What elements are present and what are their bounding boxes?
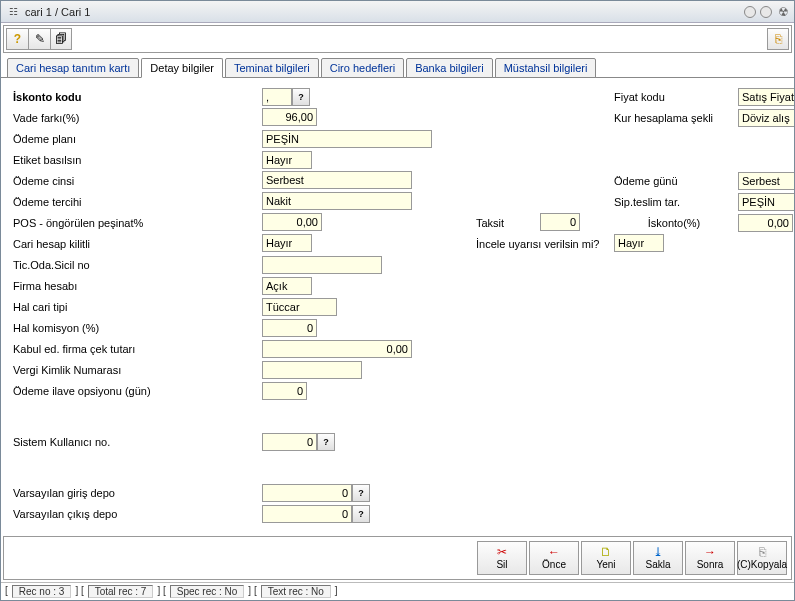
lbl-hal-cari: Hal cari tipi xyxy=(13,301,258,313)
lbl-sistem-kullanici: Sistem Kullanıcı no. xyxy=(13,436,258,448)
fld-vade-farki[interactable]: 96,00 xyxy=(262,108,317,126)
fld-fiyat-kodu[interactable]: Satış Fiyatı xyxy=(738,88,794,106)
prev-label: Önce xyxy=(542,559,566,570)
window-title: cari 1 / Cari 1 xyxy=(25,6,744,18)
lbl-taksit: Taksit xyxy=(476,217,536,229)
new-button[interactable]: 🗋 Yeni xyxy=(581,541,631,575)
fld-firma-hesabi[interactable]: Açık xyxy=(262,277,312,295)
help-button[interactable]: ? xyxy=(6,28,28,50)
delete-button[interactable]: ✂ Sil xyxy=(477,541,527,575)
fld-odeme-gunu[interactable]: Serbest xyxy=(738,172,794,190)
fld-odeme-cinsi[interactable]: Serbest xyxy=(262,171,412,189)
fld-odeme-ilave[interactable]: 0 xyxy=(262,382,307,400)
lbl-odeme-gunu: Ödeme günü xyxy=(614,175,734,187)
lookup-iskonto-kodu[interactable]: ? xyxy=(292,88,310,106)
copy-icon: ⎘ xyxy=(759,546,766,558)
fld-hal-komisyon[interactable]: 0 xyxy=(262,319,317,337)
status-specrec: Spec rec : No xyxy=(170,585,245,598)
fld-incele-uyari[interactable]: Hayır xyxy=(614,234,664,252)
lbl-varsayilan-cikis: Varsayılan çıkış depo xyxy=(13,508,258,520)
lbl-odeme-tercihi: Ödeme tercihi xyxy=(13,196,258,208)
print-button[interactable]: 🗐 xyxy=(50,28,72,50)
lbl-iskonto-kodu: İskonto kodu xyxy=(13,91,258,103)
form-area: İskonto kodu , ? Fiyat kodu Satış Fiyatı… xyxy=(1,78,794,534)
window: ☷ cari 1 / Cari 1 ☢ ? ✎ 🗐 ⎘ Cari hesap t… xyxy=(0,0,795,601)
lbl-cari-hesap-kilitli: Cari hesap kilitli xyxy=(13,238,258,250)
lbl-etiket-basilsin: Etiket basılsın xyxy=(13,154,258,166)
lbl-odeme-ilave: Ödeme ilave opsiyonu (gün) xyxy=(13,385,258,397)
fld-sistem-kullanici[interactable]: 0 xyxy=(262,433,317,451)
lbl-iskonto-pct: İskonto(%) xyxy=(614,217,734,229)
titlebar: ☷ cari 1 / Cari 1 ☢ xyxy=(1,1,794,23)
status-textrec: Text rec : No xyxy=(261,585,331,598)
lbl-incele-uyari: İncele uyarısı verilsin mi? xyxy=(476,238,610,250)
fld-vergi-kimlik[interactable] xyxy=(262,361,362,379)
new-label: Yeni xyxy=(596,559,615,570)
copy-label: (C)Kopyala xyxy=(737,559,787,570)
delete-label: Sil xyxy=(496,559,507,570)
lbl-kur-hesaplama: Kur hesaplama şekli xyxy=(614,112,734,124)
lbl-fiyat-kodu: Fiyat kodu xyxy=(614,91,734,103)
lbl-odeme-cinsi: Ödeme cinsi xyxy=(13,175,258,187)
status-totalrec: Total rec : 7 xyxy=(88,585,154,598)
save-label: Sakla xyxy=(645,559,670,570)
tabbar: Cari hesap tanıtım kartı Detay bilgiler … xyxy=(1,55,794,78)
fld-varsayilan-cikis[interactable]: 0 xyxy=(262,505,352,523)
tab-ciro[interactable]: Ciro hedefleri xyxy=(321,58,404,78)
lbl-vergi-kimlik: Vergi Kimlik Numarası xyxy=(13,364,258,376)
fld-etiket-basilsin[interactable]: Hayır xyxy=(262,151,312,169)
lbl-pos-pesinat: POS - öngörülen peşinat% xyxy=(13,217,258,229)
fld-sip-teslim[interactable]: PEŞİN xyxy=(738,193,794,211)
fld-kur-hesaplama[interactable]: Döviz alış xyxy=(738,109,794,127)
fld-tic-oda[interactable] xyxy=(262,256,382,274)
close-button[interactable]: ☢ xyxy=(776,5,790,19)
statusbar: [ Rec no : 3 ] [ Total rec : 7 ] [ Spec … xyxy=(1,582,794,600)
tab-banka[interactable]: Banka bilgileri xyxy=(406,58,492,78)
tab-cari-hesap[interactable]: Cari hesap tanıtım kartı xyxy=(7,58,139,78)
maximize-button[interactable] xyxy=(760,6,772,18)
minimize-button[interactable] xyxy=(744,6,756,18)
fld-iskonto-kodu[interactable]: , xyxy=(262,88,292,106)
next-button[interactable]: → Sonra xyxy=(685,541,735,575)
lookup-varsayilan-giris[interactable]: ? xyxy=(352,484,370,502)
lbl-odeme-plani: Ödeme planı xyxy=(13,133,258,145)
fld-taksit[interactable]: 0 xyxy=(540,213,580,231)
status-recno: Rec no : 3 xyxy=(12,585,72,598)
action-bar: ✂ Sil ← Önce 🗋 Yeni ⤓ Sakla → Sonra ⎘ (C… xyxy=(3,536,792,580)
save-icon: ⤓ xyxy=(653,546,663,558)
tab-mustahsil[interactable]: Müstahsil bilgileri xyxy=(495,58,597,78)
lookup-sistem-kullanici[interactable]: ? xyxy=(317,433,335,451)
tab-teminat[interactable]: Teminat bilgileri xyxy=(225,58,319,78)
fld-pos-pesinat[interactable]: 0,00 xyxy=(262,213,322,231)
edit-button[interactable]: ✎ xyxy=(28,28,50,50)
fld-odeme-plani[interactable]: PEŞİN xyxy=(262,130,432,148)
fld-iskonto-pct[interactable]: 0,00 xyxy=(738,214,793,232)
next-label: Sonra xyxy=(697,559,724,570)
fld-cari-hesap-kilitli[interactable]: Hayır xyxy=(262,234,312,252)
arrow-right-icon: → xyxy=(704,546,716,558)
toolbar: ? ✎ 🗐 ⎘ xyxy=(3,25,792,53)
lbl-kabul-cek: Kabul ed. firma çek tutarı xyxy=(13,343,258,355)
delete-icon: ✂ xyxy=(497,546,507,558)
lbl-tic-oda: Tic.Oda.Sicil no xyxy=(13,259,258,271)
lbl-hal-komisyon: Hal komisyon (%) xyxy=(13,322,258,334)
lookup-varsayilan-cikis[interactable]: ? xyxy=(352,505,370,523)
fld-odeme-tercihi[interactable]: Nakit xyxy=(262,192,412,210)
new-icon: 🗋 xyxy=(600,546,612,558)
prev-button[interactable]: ← Önce xyxy=(529,541,579,575)
save-button[interactable]: ⤓ Sakla xyxy=(633,541,683,575)
lbl-varsayilan-giris: Varsayılan giriş depo xyxy=(13,487,258,499)
fld-kabul-cek[interactable]: 0,00 xyxy=(262,340,412,358)
lbl-firma-hesabi: Firma hesabı xyxy=(13,280,258,292)
lbl-sip-teslim: Sip.teslim tar. xyxy=(614,196,734,208)
lbl-vade-farki: Vade farkı(%) xyxy=(13,112,258,124)
arrow-left-icon: ← xyxy=(548,546,560,558)
copy-button[interactable]: ⎘ (C)Kopyala xyxy=(737,541,787,575)
tab-detay-bilgiler[interactable]: Detay bilgiler xyxy=(141,58,223,78)
app-icon: ☷ xyxy=(5,4,21,20)
export-button[interactable]: ⎘ xyxy=(767,28,789,50)
fld-varsayilan-giris[interactable]: 0 xyxy=(262,484,352,502)
fld-hal-cari[interactable]: Tüccar xyxy=(262,298,337,316)
